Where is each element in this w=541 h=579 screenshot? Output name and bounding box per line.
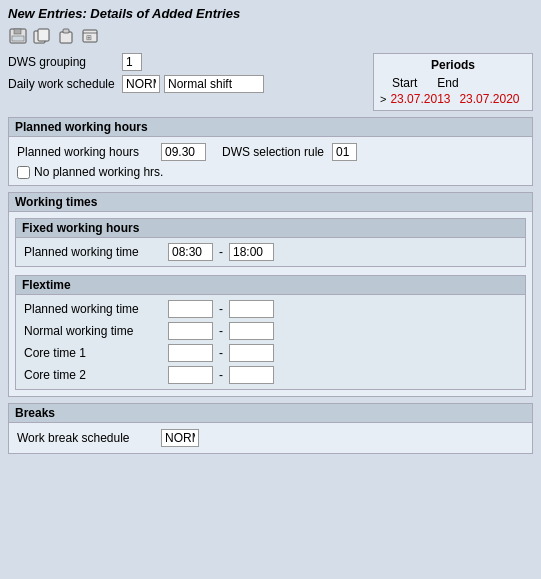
fixed-end-input[interactable] bbox=[229, 243, 274, 261]
fixed-hours-subsection: Fixed working hours Planned working time… bbox=[15, 218, 526, 267]
flextime-normal-start[interactable] bbox=[168, 322, 213, 340]
dws-grouping-row: DWS grouping bbox=[8, 53, 365, 71]
flextime-core1-label: Core time 1 bbox=[24, 346, 164, 360]
planned-working-time-label: Planned working time bbox=[24, 245, 164, 259]
page-title: New Entries: Details of Added Entries bbox=[8, 6, 240, 21]
flextime-normal-label: Normal working time bbox=[24, 324, 164, 338]
svg-text:⊞: ⊞ bbox=[86, 34, 92, 41]
planned-working-hours-title: Planned working hours bbox=[9, 118, 532, 137]
breaks-row: Work break schedule bbox=[17, 429, 524, 447]
dws-selection-label: DWS selection rule bbox=[222, 145, 324, 159]
planned-working-hours-section: Planned working hours Planned working ho… bbox=[8, 117, 533, 186]
daily-work-schedule-code[interactable] bbox=[122, 75, 160, 93]
flextime-core2-end[interactable] bbox=[229, 366, 274, 384]
flextime-core1-end[interactable] bbox=[229, 344, 274, 362]
no-planned-row: No planned working hrs. bbox=[17, 165, 524, 179]
fixed-hours-title: Fixed working hours bbox=[16, 219, 525, 238]
flextime-core2-label: Core time 2 bbox=[24, 368, 164, 382]
planned-hours-label: Planned working hours bbox=[17, 145, 157, 159]
periods-box: Periods Start End > 23.07.2013 23.07.202… bbox=[373, 53, 533, 111]
flextime-planned-end[interactable] bbox=[229, 300, 274, 318]
save-icon[interactable] bbox=[8, 27, 28, 45]
daily-work-schedule-label: Daily work schedule bbox=[8, 77, 118, 91]
flextime-core1-row: Core time 1 - bbox=[24, 344, 517, 362]
config-icon[interactable]: ⊞ bbox=[80, 27, 100, 45]
svg-rect-6 bbox=[63, 29, 69, 33]
fixed-start-input[interactable] bbox=[168, 243, 213, 261]
flextime-subsection: Flextime Planned working time - Normal w… bbox=[15, 275, 526, 390]
breaks-value[interactable] bbox=[161, 429, 199, 447]
end-label: End bbox=[437, 76, 458, 90]
flextime-core2-dash: - bbox=[219, 368, 223, 382]
svg-rect-1 bbox=[14, 29, 21, 34]
daily-work-schedule-name[interactable] bbox=[164, 75, 264, 93]
working-times-title: Working times bbox=[9, 193, 532, 212]
flextime-core2-start[interactable] bbox=[168, 366, 213, 384]
dws-grouping-label: DWS grouping bbox=[8, 55, 118, 69]
periods-title: Periods bbox=[380, 58, 526, 72]
paste-icon[interactable] bbox=[56, 27, 76, 45]
flextime-planned-row: Planned working time - bbox=[24, 300, 517, 318]
flextime-planned-dash: - bbox=[219, 302, 223, 316]
breaks-title: Breaks bbox=[9, 404, 532, 423]
copy-icon[interactable] bbox=[32, 27, 52, 45]
daily-work-schedule-row: Daily work schedule bbox=[8, 75, 365, 93]
planned-hours-value[interactable] bbox=[161, 143, 206, 161]
periods-row: > 23.07.2013 23.07.2020 bbox=[380, 92, 526, 106]
svg-rect-5 bbox=[60, 32, 72, 43]
flextime-planned-label: Planned working time bbox=[24, 302, 164, 316]
start-date: 23.07.2013 bbox=[390, 92, 455, 106]
svg-rect-4 bbox=[38, 29, 49, 41]
svg-rect-2 bbox=[12, 36, 24, 41]
toolbar: ⊞ bbox=[0, 25, 541, 49]
breaks-section: Breaks Work break schedule bbox=[8, 403, 533, 454]
flextime-title: Flextime bbox=[16, 276, 525, 295]
start-label: Start bbox=[392, 76, 417, 90]
flextime-normal-row: Normal working time - bbox=[24, 322, 517, 340]
dws-selection-value[interactable] bbox=[332, 143, 357, 161]
fixed-dash: - bbox=[219, 245, 223, 259]
flextime-planned-start[interactable] bbox=[168, 300, 213, 318]
breaks-label: Work break schedule bbox=[17, 431, 157, 445]
flextime-normal-end[interactable] bbox=[229, 322, 274, 340]
periods-header: Start End bbox=[380, 76, 526, 90]
dws-grouping-input[interactable] bbox=[122, 53, 142, 71]
flextime-core1-start[interactable] bbox=[168, 344, 213, 362]
no-planned-checkbox[interactable] bbox=[17, 166, 30, 179]
working-times-section: Working times Fixed working hours Planne… bbox=[8, 192, 533, 397]
no-planned-label: No planned working hrs. bbox=[34, 165, 163, 179]
flextime-core1-dash: - bbox=[219, 346, 223, 360]
flextime-core2-row: Core time 2 - bbox=[24, 366, 517, 384]
periods-arrow: > bbox=[380, 93, 386, 105]
end-date: 23.07.2020 bbox=[459, 92, 524, 106]
planned-working-time-row: Planned working time - bbox=[24, 243, 517, 261]
flextime-normal-dash: - bbox=[219, 324, 223, 338]
title-bar: New Entries: Details of Added Entries bbox=[0, 0, 541, 25]
planned-hours-row: Planned working hours DWS selection rule bbox=[17, 143, 524, 161]
